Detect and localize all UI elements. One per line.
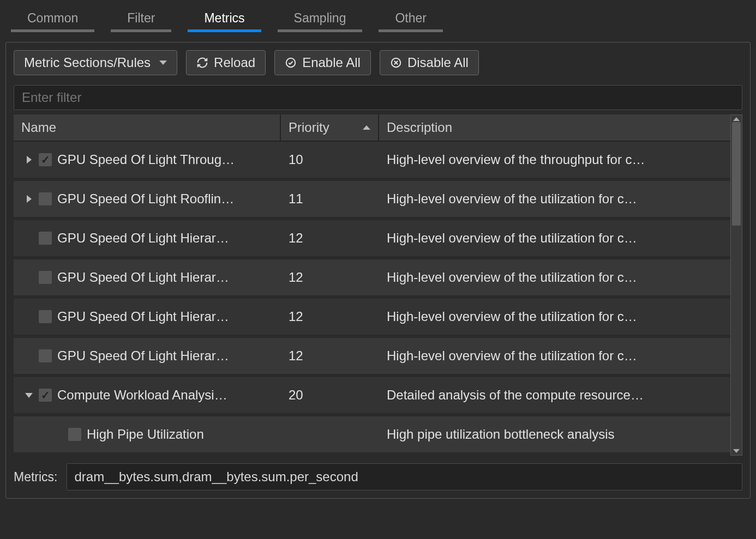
cell-name: GPU Speed Of Light Hierar…: [14, 348, 281, 364]
row-checkbox[interactable]: [68, 428, 81, 441]
row-name-label: Compute Workload Analysi…: [57, 387, 227, 403]
row-name-label: GPU Speed Of Light Throug…: [57, 152, 235, 167]
metrics-bar: Metrics:: [14, 463, 742, 490]
cell-name: GPU Speed Of Light Hierar…: [14, 231, 281, 246]
cell-description: High-level overview of the utilization f…: [379, 309, 730, 324]
table-row[interactable]: Compute Workload Analysi…20Detailed anal…: [14, 377, 730, 416]
table-row[interactable]: GPU Speed Of Light Hierar…12High-level o…: [14, 220, 730, 259]
cell-name: GPU Speed Of Light Throug…: [14, 152, 281, 167]
row-name-label: GPU Speed Of Light Hierar…: [57, 309, 229, 324]
table-row[interactable]: GPU Speed Of Light Rooflin…11High-level …: [14, 181, 730, 220]
x-circle-icon: [390, 57, 402, 69]
table-row[interactable]: GPU Speed Of Light Hierar…12High-level o…: [14, 338, 730, 377]
cell-priority: 20: [281, 387, 379, 403]
cell-description: High-level overview of the utilization f…: [379, 348, 730, 364]
table-row[interactable]: GPU Speed Of Light Throug…10High-level o…: [14, 142, 730, 181]
tab-filter[interactable]: Filter: [111, 8, 171, 31]
scroll-up-icon: [733, 117, 740, 121]
cell-name: GPU Speed Of Light Hierar…: [14, 309, 281, 324]
column-header-description-label: Description: [387, 120, 452, 135]
sections-dropdown[interactable]: Metric Sections/Rules: [14, 50, 177, 75]
cell-priority: 11: [281, 191, 379, 207]
cell-priority: 12: [281, 231, 379, 246]
toolbar: Metric Sections/Rules Reload Enable All …: [14, 50, 742, 75]
enable-all-button[interactable]: Enable All: [274, 50, 371, 75]
cell-description: High-level overview of the throughput fo…: [379, 152, 730, 167]
row-checkbox[interactable]: [39, 271, 52, 284]
table-row[interactable]: High Pipe UtilizationHigh pipe utilizati…: [14, 416, 730, 456]
collapse-icon[interactable]: [25, 393, 33, 398]
tab-bar: CommonFilterMetricsSamplingOther: [5, 0, 751, 31]
row-name-label: GPU Speed Of Light Hierar…: [57, 348, 229, 364]
cell-description: High-level overview of the utilization f…: [379, 270, 730, 285]
row-name-label: GPU Speed Of Light Hierar…: [57, 231, 229, 246]
column-header-priority-label: Priority: [289, 120, 329, 135]
column-header-priority[interactable]: Priority: [281, 114, 379, 141]
cell-description: High pipe utilization bottleneck analysi…: [379, 427, 730, 442]
metrics-input[interactable]: [67, 463, 743, 490]
sections-dropdown-label: Metric Sections/Rules: [24, 55, 151, 70]
disable-all-button[interactable]: Disable All: [380, 50, 479, 75]
vertical-scrollbar[interactable]: [730, 114, 742, 456]
row-checkbox[interactable]: [39, 153, 52, 166]
cell-description: High-level overview of the utilization f…: [379, 191, 730, 207]
row-checkbox[interactable]: [39, 389, 52, 402]
row-checkbox[interactable]: [39, 310, 52, 323]
cell-name: GPU Speed Of Light Rooflin…: [14, 191, 281, 207]
table-row[interactable]: GPU Speed Of Light Hierar…12High-level o…: [14, 299, 730, 338]
table-header: Name Priority Description: [14, 114, 730, 142]
reload-button[interactable]: Reload: [186, 50, 266, 75]
filter-input[interactable]: [14, 85, 742, 110]
metrics-label: Metrics:: [14, 470, 58, 485]
cell-description: High-level overview of the utilization f…: [379, 231, 730, 246]
row-name-label: GPU Speed Of Light Rooflin…: [57, 191, 234, 207]
tab-other[interactable]: Other: [379, 8, 443, 31]
expand-icon[interactable]: [25, 156, 33, 163]
row-name-label: GPU Speed Of Light Hierar…: [57, 270, 229, 285]
row-checkbox[interactable]: [39, 349, 52, 362]
cell-name: Compute Workload Analysi…: [14, 387, 281, 403]
cell-name: High Pipe Utilization: [14, 427, 281, 442]
enable-all-label: Enable All: [302, 55, 361, 70]
cell-priority: 12: [281, 348, 379, 364]
column-header-name[interactable]: Name: [14, 114, 281, 141]
cell-priority: 12: [281, 270, 379, 285]
chevron-down-icon: [159, 60, 167, 65]
tab-metrics[interactable]: Metrics: [188, 8, 261, 31]
reload-label: Reload: [214, 55, 255, 70]
row-checkbox[interactable]: [39, 232, 52, 245]
cell-priority: 10: [281, 152, 379, 167]
tab-sampling[interactable]: Sampling: [278, 8, 363, 31]
cell-description: Detailed analysis of the compute resourc…: [379, 387, 730, 403]
scroll-thumb[interactable]: [732, 122, 741, 226]
column-header-name-label: Name: [21, 120, 56, 135]
disable-all-label: Disable All: [407, 55, 469, 70]
cell-name: GPU Speed Of Light Hierar…: [14, 270, 281, 285]
sort-ascending-icon: [363, 125, 370, 130]
tab-common[interactable]: Common: [11, 8, 94, 31]
column-header-description[interactable]: Description: [379, 114, 730, 141]
scroll-down-icon: [733, 449, 740, 453]
cell-priority: 12: [281, 309, 379, 324]
row-checkbox[interactable]: [39, 192, 52, 205]
metrics-panel: Metric Sections/Rules Reload Enable All …: [5, 42, 751, 499]
table-row[interactable]: GPU Speed Of Light Hierar…12High-level o…: [14, 259, 730, 299]
expand-icon[interactable]: [25, 195, 33, 203]
check-circle-icon: [285, 57, 297, 69]
row-name-label: High Pipe Utilization: [87, 427, 204, 442]
metrics-table: Name Priority Description GPU Speed Of L…: [14, 114, 742, 456]
reload-icon: [196, 57, 208, 69]
